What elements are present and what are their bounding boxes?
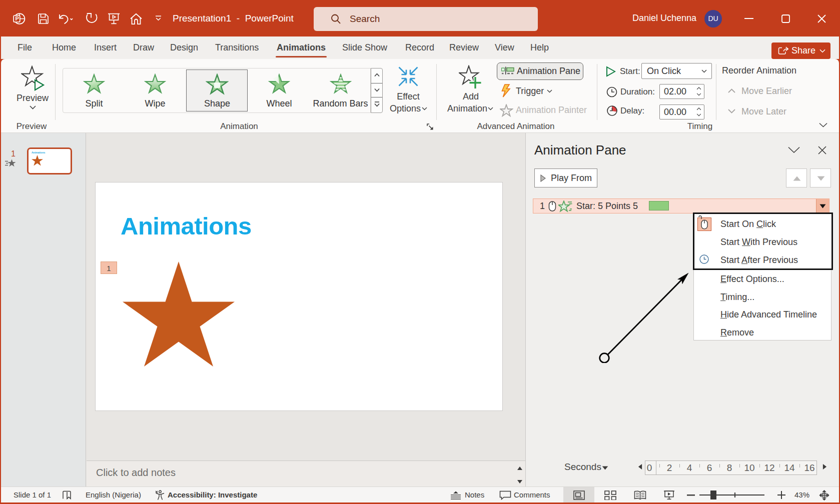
svg-text:P: P	[15, 16, 19, 22]
